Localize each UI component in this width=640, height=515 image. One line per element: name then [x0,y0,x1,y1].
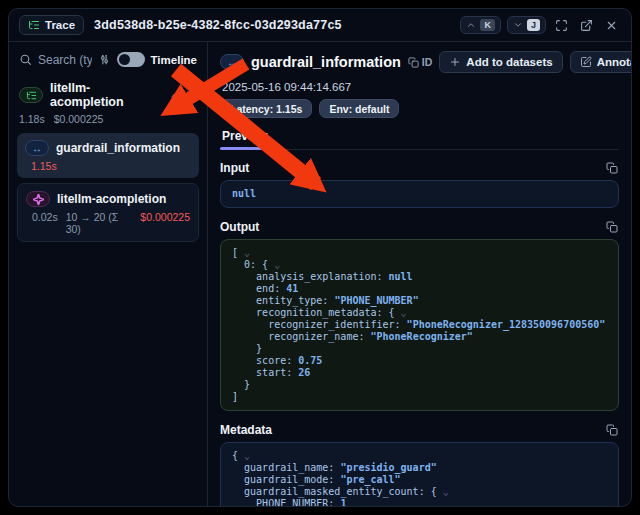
tree-item-row: ↔ guardrail_information [25,140,191,156]
open-external-button[interactable] [577,16,596,35]
observation-title: guardrail_information [251,54,401,70]
observation-badges: Latency: 1.15s Env: default [220,99,619,126]
list-tree-icon [26,90,37,101]
tree-root-controls [169,90,197,101]
search-icon [19,53,32,66]
copy-input-button[interactable] [605,161,619,175]
span-icon: ↔ [220,54,244,70]
input-section: Input null [220,158,619,208]
metadata-section: Metadata { ⌄ guardrail_name: "presidio_g… [220,420,619,507]
copy-metadata-button[interactable] [605,423,619,437]
prev-observation-button[interactable]: K [460,16,501,34]
latency-badge: Latency: 1.15s [220,99,312,118]
root-cost: $0.000225 [54,113,104,125]
env-badge: Env: default [319,99,399,118]
annotate-label: Annotate [597,56,631,68]
item-latency: 0.02s [32,211,58,235]
trace-detail-window: Trace 3dd538d8-b25e-4382-8fcc-03d293da77… [8,8,632,507]
collapse-node-icon[interactable] [169,90,180,101]
output-section-label: Output [220,220,259,234]
tree-item-litellm-acompletion[interactable]: litellm-acompletion 0.02s 10 → 20 (Σ 30)… [17,183,199,242]
add-to-datasets-button[interactable]: Add to datasets [439,51,562,73]
tree-root-label: litellm-acompletion [50,81,162,109]
output-section: Output [ ⌄ 0: { ⌄ analysis_explanation: … [220,217,619,411]
trace-node-icon [19,87,43,103]
tree-root-stats: 1.18s $0.000225 [17,111,199,133]
filter-sliders-icon[interactable] [98,53,111,66]
detail-tabs: Preview [220,126,619,150]
chevron-up-icon [466,20,476,30]
item-cost: $0.000225 [140,211,190,235]
copy-output-button[interactable] [605,220,619,234]
tab-preview[interactable]: Preview [220,126,269,149]
id-label: ID [422,56,433,68]
input-json-viewer[interactable]: null [220,180,619,208]
screenshot-stage: Trace 3dd538d8-b25e-4382-8fcc-03d293da77… [0,0,640,515]
span-icon: ↔ [25,140,49,156]
tree-root-item[interactable]: litellm-acompletion [17,77,199,111]
tree-toolbar: Timeline [17,50,199,77]
timeline-toggle-label: Timeline [151,54,197,66]
trace-badge-label: Trace [45,19,75,31]
next-observation-button[interactable]: J [507,16,546,34]
generation-sparkle-icon [26,191,50,207]
kbd-k: K [480,19,495,31]
add-to-datasets-label: Add to datasets [466,56,552,68]
annotate-button[interactable]: Annotate [571,52,631,72]
collapse-all-icon[interactable] [186,90,197,101]
window-header: Trace 3dd538d8-b25e-4382-8fcc-03d293da77… [9,9,631,42]
tree-item-guardrail-information[interactable]: ↔ guardrail_information 1.15s [17,133,199,178]
input-section-label: Input [220,161,249,175]
tree-item-label: litellm-acompletion [57,192,166,206]
close-button[interactable] [602,16,621,35]
copy-icon [606,162,618,174]
plus-icon [449,56,461,68]
copy-id-button[interactable]: ID [408,56,433,68]
tree-item-stats: 1.15s [25,156,191,172]
search-input[interactable] [38,53,92,67]
close-icon [605,19,618,32]
trace-tree-sidebar: Timeline litellm-acompletion 1.18s $0.00… [9,42,208,507]
tree-item-row: litellm-acompletion [26,191,190,207]
item-latency: 1.15s [31,160,57,172]
toggle-knob [119,54,130,65]
timeline-toggle[interactable] [117,52,145,67]
edit-pen-icon [580,56,592,68]
item-tokens: 10 → 20 (Σ 30) [66,211,133,235]
list-tree-icon [28,19,40,31]
copy-icon [408,57,419,68]
external-link-icon [580,19,593,32]
maximize-button[interactable] [552,16,571,35]
metadata-section-label: Metadata [220,423,272,437]
output-json-viewer[interactable]: [ ⌄ 0: { ⌄ analysis_explanation: null en… [220,239,619,411]
observation-timestamp: 2025-05-16 09:44:14.667 [220,76,619,99]
tree-item-label: guardrail_information [56,141,180,155]
tree-item-stats: 0.02s 10 → 20 (Σ 30) $0.000225 [26,207,190,235]
trace-type-badge: Trace [19,15,84,35]
observation-detail-panel: ↔ guardrail_information ID Add to datase… [208,42,631,507]
chevron-down-icon [513,20,523,30]
annotate-split-button: Annotate [570,51,631,73]
maximize-icon [555,19,568,32]
copy-icon [606,424,618,436]
observation-actions: Add to datasets Annotate [439,50,631,74]
observation-header: ↔ guardrail_information ID Add to datase… [220,48,619,76]
metadata-json-viewer[interactable]: { ⌄ guardrail_name: "presidio_guard" gua… [220,442,619,507]
copy-icon [606,221,618,233]
sparkle-glyph [33,194,44,205]
kbd-j: J [527,19,540,31]
window-content: Timeline litellm-acompletion 1.18s $0.00… [9,42,631,507]
trace-id: 3dd538d8-b25e-4382-8fcc-03d293da77c5 [94,18,342,32]
window-controls: K J [460,16,621,35]
root-latency: 1.18s [19,113,45,125]
